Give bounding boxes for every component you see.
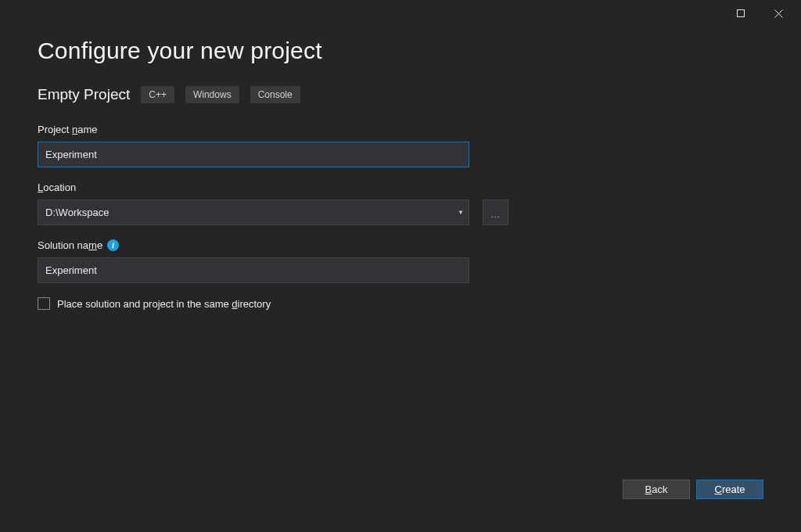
location-field: Location D:\Workspace ▼ ... bbox=[38, 182, 763, 225]
info-icon[interactable]: i bbox=[107, 239, 119, 251]
close-icon bbox=[774, 9, 783, 18]
ellipsis-icon: ... bbox=[490, 212, 500, 217]
titlebar bbox=[0, 0, 801, 27]
same-directory-checkbox[interactable] bbox=[38, 297, 50, 310]
location-value: D:\Workspace bbox=[45, 207, 109, 218]
project-name-label: Project name bbox=[38, 124, 763, 135]
browse-button[interactable]: ... bbox=[483, 200, 508, 225]
dialog-content: Configure your new project Empty Project… bbox=[0, 27, 801, 310]
chevron-down-icon: ▼ bbox=[458, 209, 464, 216]
template-name: Empty Project bbox=[38, 86, 130, 103]
template-tag-type: Console bbox=[250, 86, 300, 103]
location-combo[interactable]: D:\Workspace ▼ bbox=[38, 200, 469, 225]
maximize-button[interactable] bbox=[723, 2, 759, 25]
solution-name-field: Solution name i bbox=[38, 239, 763, 283]
dialog-footer: Back Create bbox=[623, 480, 763, 499]
new-project-dialog: Configure your new project Empty Project… bbox=[0, 0, 801, 532]
back-button[interactable]: Back bbox=[623, 480, 690, 499]
solution-name-label: Solution name i bbox=[38, 239, 763, 251]
same-directory-option[interactable]: Place solution and project in the same d… bbox=[38, 297, 763, 310]
create-button[interactable]: Create bbox=[696, 480, 763, 499]
template-tag-platform: Windows bbox=[185, 86, 239, 103]
project-name-input[interactable] bbox=[38, 142, 469, 167]
project-name-field: Project name bbox=[38, 124, 763, 167]
template-summary: Empty Project C++ Windows Console bbox=[38, 86, 763, 103]
svg-rect-0 bbox=[738, 10, 745, 17]
location-label: Location bbox=[38, 182, 763, 193]
maximize-icon bbox=[737, 9, 745, 17]
same-directory-label: Place solution and project in the same d… bbox=[57, 298, 271, 310]
page-title: Configure your new project bbox=[38, 38, 763, 64]
solution-name-input[interactable] bbox=[38, 257, 469, 283]
close-button[interactable] bbox=[760, 2, 796, 25]
template-tag-lang: C++ bbox=[141, 86, 174, 103]
